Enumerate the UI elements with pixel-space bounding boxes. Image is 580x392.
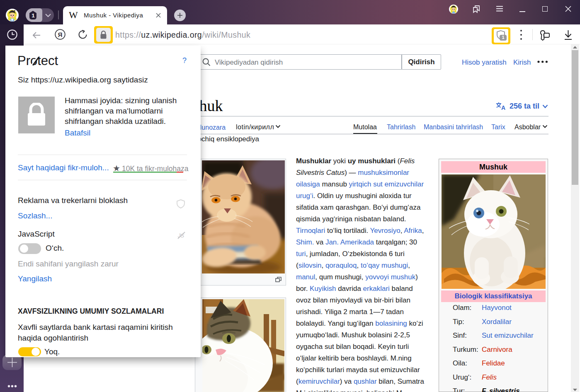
svg-text:1: 1 [32, 12, 35, 19]
svg-text:A: A [501, 104, 505, 110]
svg-text:Я: Я [58, 31, 63, 38]
